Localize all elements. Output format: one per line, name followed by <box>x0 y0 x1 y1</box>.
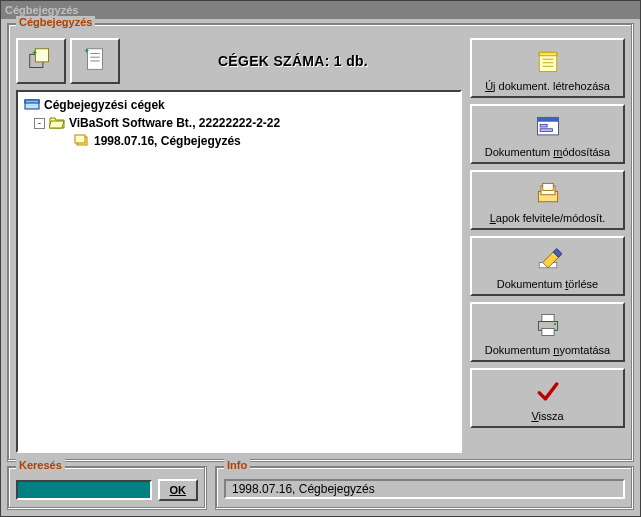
search-input[interactable] <box>16 480 152 500</box>
tree-root[interactable]: Cégbejegyzési cégek <box>24 96 454 114</box>
company-count-label: CÉGEK SZÁMA: 1 db. <box>124 53 462 69</box>
svg-rect-9 <box>25 100 39 103</box>
delete-document-action[interactable]: Dokumentum törlése <box>470 236 625 296</box>
modify-document-action[interactable]: Dokumentum módosítása <box>470 104 625 164</box>
bottom-row: Keresés OK Info 1998.07.16, Cégbejegyzés <box>7 466 634 510</box>
svg-rect-3 <box>88 49 103 70</box>
new-company-button[interactable]: + <box>16 38 66 84</box>
pages-label: apok felvitele/módosít. <box>496 212 605 224</box>
new-doc-label: j dokument. létrehozása <box>493 80 610 92</box>
new-company-icon: + <box>26 45 56 77</box>
new-document-action[interactable]: Új dokument. létrehozása <box>470 38 625 98</box>
svg-rect-18 <box>537 117 558 121</box>
new-document-icon: + <box>80 45 110 77</box>
modify-doc-label: ódosítása <box>562 146 610 158</box>
svg-text:+: + <box>32 48 37 58</box>
print-doc-label-pre: Dokumentum <box>485 344 553 356</box>
tree-document-label: 1998.07.16, Cégbejegyzés <box>94 134 241 148</box>
svg-text:+: + <box>84 46 89 56</box>
back-label: issza <box>539 410 564 422</box>
tree-company[interactable]: - ViBaSoft Software Bt., 22222222-2-22 <box>24 114 454 132</box>
svg-rect-27 <box>541 314 553 321</box>
main-group: Cégbejegyzés + <box>7 23 634 462</box>
delete-doc-label: örlése <box>568 278 598 290</box>
printer-icon <box>534 312 562 340</box>
svg-rect-11 <box>75 135 85 143</box>
modify-doc-label-pre: Dokumentum <box>485 146 553 158</box>
app-window: Cégbejegyzés Cégbejegyzés + <box>0 0 641 517</box>
form-edit-icon <box>534 114 562 142</box>
toolbar: + + <box>16 36 462 86</box>
search-ok-button[interactable]: OK <box>158 479 199 501</box>
checkmark-icon <box>534 378 562 406</box>
svg-rect-23 <box>542 183 553 190</box>
svg-rect-13 <box>539 52 557 56</box>
notepad-icon <box>534 48 562 76</box>
pages-action[interactable]: Lapok felvitele/módosít. <box>470 170 625 230</box>
svg-rect-19 <box>540 124 547 127</box>
tree-root-label: Cégbejegyzési cégek <box>44 98 165 112</box>
svg-rect-20 <box>540 129 552 132</box>
tree-company-label: ViBaSoft Software Bt., 22222222-2-22 <box>69 116 280 130</box>
main-group-legend: Cégbejegyzés <box>16 16 95 28</box>
tree-document[interactable]: 1998.07.16, Cégbejegyzés <box>24 132 454 150</box>
action-column: Új dokument. létrehozása <box>470 36 625 453</box>
tree-collapse-toggle[interactable]: - <box>34 118 45 129</box>
new-document-button[interactable]: + <box>70 38 120 84</box>
tree-view[interactable]: Cégbejegyzési cégek - ViBaSoft Software … <box>16 90 462 453</box>
titlebar: Cégbejegyzés <box>1 1 640 19</box>
back-action[interactable]: Vissza <box>470 368 625 428</box>
database-icon <box>24 97 40 114</box>
document-stack-icon <box>74 133 90 150</box>
search-group: Keresés OK <box>7 466 207 510</box>
info-group: Info 1998.07.16, Cégbejegyzés <box>215 466 634 510</box>
tree-indent <box>24 141 70 142</box>
card-box-icon <box>534 180 562 208</box>
search-legend: Keresés <box>16 459 65 471</box>
eraser-icon <box>534 246 562 274</box>
delete-doc-label-pre: Dokumentum <box>497 278 565 290</box>
window-title: Cégbejegyzés <box>5 4 78 16</box>
print-document-action[interactable]: Dokumentum nyomtatása <box>470 302 625 362</box>
info-value: 1998.07.16, Cégbejegyzés <box>224 479 625 499</box>
svg-rect-1 <box>35 49 48 62</box>
svg-rect-29 <box>541 328 553 335</box>
folder-open-icon <box>49 115 65 132</box>
print-doc-label: yomtatása <box>559 344 610 356</box>
svg-point-30 <box>553 323 555 325</box>
client-area: Cégbejegyzés + <box>1 19 640 516</box>
left-column: + + <box>16 36 462 453</box>
info-legend: Info <box>224 459 250 471</box>
tree-indent <box>24 123 30 124</box>
